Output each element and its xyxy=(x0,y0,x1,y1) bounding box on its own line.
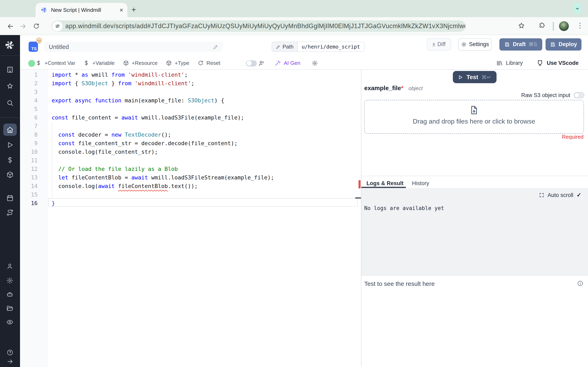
line-number: 9 xyxy=(20,139,48,148)
info-icon[interactable] xyxy=(577,280,584,287)
no-logs-text: No logs are available yet xyxy=(364,205,444,211)
tab-logs-result[interactable]: Logs & Result xyxy=(366,179,404,187)
play-icon xyxy=(458,75,463,80)
browser-menu-icon[interactable]: ⋮ xyxy=(577,21,584,30)
line-number: 5 xyxy=(20,105,48,113)
ai-gen-button[interactable]: AI Gen xyxy=(274,57,300,69)
line-number: 1 xyxy=(20,70,48,79)
raw-s3-toggle[interactable] xyxy=(573,92,584,98)
sidebar-divider xyxy=(0,55,20,56)
browser-tab[interactable]: New Script | Windmill × xyxy=(35,3,127,17)
new-tab-button[interactable]: + xyxy=(131,5,136,14)
line-number: 16 xyxy=(20,199,48,208)
tab-history[interactable]: History xyxy=(412,179,429,187)
code-line: import * as wmill from 'windmill-client'… xyxy=(52,70,188,79)
sidebar-item-dollar-icon[interactable] xyxy=(0,156,20,164)
sidebar-item-help-icon[interactable] xyxy=(0,349,20,356)
draft-shortcut: ⌘S xyxy=(528,42,537,48)
dropzone-text: Drag and drop files here or click to bro… xyxy=(365,118,583,125)
sidebar-item-robot-icon[interactable] xyxy=(0,291,20,298)
path-chip[interactable]: Path u/henri/demo_script xyxy=(272,42,365,52)
logs-section-divider xyxy=(361,176,588,176)
path-label: Path xyxy=(283,44,294,50)
logs-area xyxy=(361,188,588,275)
sidebar-item-building-icon[interactable] xyxy=(0,66,20,73)
sidebar-item-home-icon[interactable] xyxy=(0,126,20,133)
test-shortcut: ⌘↵ xyxy=(481,74,491,80)
path-label-section: Path xyxy=(272,42,298,51)
auto-scroll-control[interactable]: Auto scroll ✓ xyxy=(539,192,581,198)
bookmark-star-icon[interactable] xyxy=(518,22,525,29)
tab-search-button[interactable] xyxy=(573,3,582,14)
editor-settings-icon[interactable] xyxy=(311,57,318,69)
script-title-input[interactable]: Untitled xyxy=(44,42,222,52)
url-text: app.windmill.dev/scripts/add#JTdCJTIyaGF… xyxy=(65,22,466,30)
edit-title-icon[interactable] xyxy=(213,44,218,50)
toolbar-reset[interactable]: Reset xyxy=(198,60,220,66)
tab-title: New Script | Windmill xyxy=(51,7,120,13)
refresh-icon xyxy=(198,60,204,66)
sidebar-item-arrow-right-icon[interactable] xyxy=(0,358,20,365)
toolbar--variable[interactable]: +Variable xyxy=(84,60,115,66)
required-mark: * xyxy=(401,84,403,91)
sidebar-item-search-icon[interactable] xyxy=(0,99,20,107)
diff-button[interactable]: ± Diff xyxy=(427,38,451,50)
status-dot xyxy=(28,60,35,67)
test-button[interactable]: Test ⌘↵ xyxy=(453,71,497,83)
code-line: } xyxy=(52,199,55,208)
pencil-icon xyxy=(276,44,281,49)
code-line: console.log(file_content_str); xyxy=(52,148,158,156)
user-mode-icon[interactable] xyxy=(258,60,265,67)
line-number: 3 xyxy=(20,87,48,96)
line-number: 15 xyxy=(20,191,48,199)
line-number: 7 xyxy=(20,122,48,131)
code-line: const file_content_str = decoder.decode(… xyxy=(52,139,237,148)
cube-icon xyxy=(166,60,172,66)
line-number: 8 xyxy=(20,131,48,139)
file-dropzone[interactable]: Drag and drop files here or click to bro… xyxy=(364,100,584,134)
code-line: console.log(await fileContentBlob.text()… xyxy=(52,182,198,191)
address-bar[interactable]: app.windmill.dev/scripts/add#JTdCJTIyaGF… xyxy=(52,20,466,32)
sidebar-item-cube-icon[interactable] xyxy=(0,171,20,179)
toolbar--resource[interactable]: +Resource xyxy=(123,60,157,66)
line-number: 6 xyxy=(20,113,48,122)
settings-button[interactable]: Settings xyxy=(458,38,492,50)
toolbar--context-var[interactable]: +Context Var xyxy=(35,60,75,66)
vscode-cat-icon xyxy=(536,60,544,67)
forward-button[interactable] xyxy=(18,22,27,31)
sidebar-item-calendar-icon[interactable] xyxy=(0,194,20,202)
check-icon: ✓ xyxy=(577,192,581,198)
back-button[interactable] xyxy=(6,22,15,31)
toolbar--type[interactable]: +Type xyxy=(166,60,190,66)
profile-avatar[interactable] xyxy=(559,21,569,31)
save-icon xyxy=(550,42,556,47)
draft-button[interactable]: Draft ⌘S xyxy=(499,38,542,50)
sidebar-item-person-icon[interactable] xyxy=(0,263,20,270)
extensions-icon[interactable] xyxy=(539,22,545,29)
code-line: import { S3Object } from 'windmill-clien… xyxy=(52,79,194,87)
save-icon xyxy=(504,42,510,47)
reload-button[interactable] xyxy=(32,22,41,31)
tab-close-icon[interactable]: × xyxy=(120,7,123,13)
sidebar-item-play-icon[interactable] xyxy=(0,141,20,149)
sidebar-item-eye-icon[interactable] xyxy=(0,318,20,326)
raw-s3-label: Raw S3 object input xyxy=(521,92,570,98)
sidebar-item-folder-icon[interactable] xyxy=(0,305,20,312)
code-line: const file_content = await wmill.loadS3F… xyxy=(52,113,244,122)
vscode-button[interactable]: Use VScode xyxy=(536,57,579,69)
code-editor[interactable]: 1import * as wmill from 'windmill-client… xyxy=(20,69,361,367)
emoji-badge xyxy=(36,38,42,44)
deploy-button[interactable]: Deploy xyxy=(545,38,581,50)
site-settings-icon[interactable] xyxy=(52,21,62,31)
sidebar-item-gear-icon[interactable] xyxy=(0,277,20,284)
sidebar-item-star-icon[interactable] xyxy=(0,82,20,90)
expand-icon[interactable] xyxy=(539,192,544,198)
current-line-highlight xyxy=(48,198,358,207)
line-number: 14 xyxy=(20,182,48,191)
library-button[interactable]: Library xyxy=(496,57,523,69)
dollar-icon xyxy=(84,60,90,66)
code-line: let fileContentBlob = await wmill.loadS3… xyxy=(52,173,274,182)
toggle-switch[interactable] xyxy=(246,60,257,66)
windmill-logo[interactable] xyxy=(4,40,15,50)
sidebar-item-route-icon[interactable] xyxy=(0,209,20,217)
